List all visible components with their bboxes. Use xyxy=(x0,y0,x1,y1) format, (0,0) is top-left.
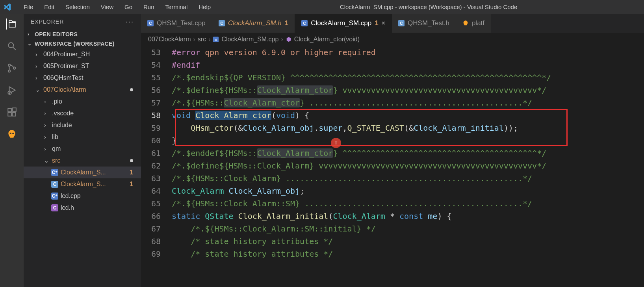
code-line[interactable]: 66static QState Clock_Alarm_initial(Cloc… xyxy=(141,210,644,222)
line-number: 59 xyxy=(141,122,172,134)
open-editors-section[interactable]: › OPEN EDITORS xyxy=(24,30,141,39)
modified-dot-icon xyxy=(130,88,133,91)
code-text[interactable]: } xyxy=(172,134,644,147)
tree-label: src xyxy=(52,157,130,164)
explorer-icon[interactable] xyxy=(6,19,17,30)
tree-label: include xyxy=(52,122,141,129)
folder-include[interactable]: ›include xyxy=(24,119,141,131)
code-text[interactable]: /*.$endskip${QP_VERSION} ^^^^^^^^^^^^^^^… xyxy=(172,71,644,84)
svg-rect-8 xyxy=(13,108,16,111)
code-text[interactable]: /* state history attributes */ xyxy=(172,248,644,260)
code-line[interactable]: 62/*.$define${HSMs::Clock_Alarm} vvvvvvv… xyxy=(141,159,644,172)
sidebar-title: EXPLORER xyxy=(31,19,64,25)
menu-view[interactable]: View xyxy=(95,2,119,12)
folder-006QHsmTest[interactable]: ›006QHsmTest xyxy=(24,72,141,84)
menu-edit[interactable]: Edit xyxy=(39,2,60,12)
folder-lib[interactable]: ›lib xyxy=(24,131,141,143)
tree-label: 005Protimer_ST xyxy=(43,63,141,70)
line-number: 57 xyxy=(141,96,172,109)
menu-file[interactable]: File xyxy=(18,2,39,12)
source-control-icon[interactable] xyxy=(6,63,17,74)
folder-qm[interactable]: ›qm xyxy=(24,143,141,155)
folder-004Protimer_SH[interactable]: ›004Protimer_SH xyxy=(24,48,141,60)
code-text[interactable]: /*.${HSMs::Clock_Alarm::SM::initial} */ xyxy=(172,222,644,235)
c-file-icon: C xyxy=(51,181,58,188)
code-line[interactable]: 53#error qpn version 6.9.0 or higher req… xyxy=(141,46,644,59)
tab-label: ClockAlarm_SM.h xyxy=(228,19,282,27)
tree-label: 007ClockAlarm xyxy=(43,86,130,93)
menu-help[interactable]: Help xyxy=(193,2,216,12)
breadcrumb-item[interactable]: 007ClockAlarm xyxy=(148,36,191,43)
folder-.pio[interactable]: ›.pio xyxy=(24,96,141,107)
close-tab-icon[interactable]: × xyxy=(382,20,385,27)
code-text[interactable]: /*.$define${HSMs::Clock_Alarm_ctor} vvvv… xyxy=(172,84,644,96)
menu-run[interactable]: Run xyxy=(138,2,160,12)
cpp-file-icon: C xyxy=(213,36,219,43)
breadcrumb-item[interactable]: src xyxy=(198,36,206,43)
tab-qhsm_test-h[interactable]: CQHSM_Test.h xyxy=(392,14,456,33)
code-line[interactable]: 65/*.${HSMs::Clock_Alarm::SM} ..........… xyxy=(141,197,644,210)
search-icon[interactable] xyxy=(6,41,17,52)
code-line[interactable]: 64Clock_Alarm Clock_Alarm_obj; xyxy=(141,185,644,197)
folder-007ClockAlarm[interactable]: ⌄007ClockAlarm xyxy=(24,84,141,96)
breadcrumbs[interactable]: 007ClockAlarm › src › C ClockAlarm_SM.cp… xyxy=(141,33,644,46)
platformio-icon[interactable] xyxy=(6,129,17,140)
code-text[interactable]: /*.${HSMs::Clock_Alarm_ctor} ...........… xyxy=(172,96,644,109)
code-text[interactable]: /*.$enddef${HSMs::Clock_Alarm_ctor} ^^^^… xyxy=(172,147,644,159)
code-text[interactable]: /*.$define${HSMs::Clock_Alarm} vvvvvvvvv… xyxy=(172,159,644,172)
file-item[interactable]: C⁺lcd.cpp xyxy=(24,190,141,202)
tab-clockalarm_sm-cpp[interactable]: CClockAlarm_SM.cpp1× xyxy=(295,14,392,33)
code-line[interactable]: 59 QHsm_ctor(&Clock_Alarm_obj.super,Q_ST… xyxy=(141,122,644,134)
file-item[interactable]: Clcd.h xyxy=(24,202,141,214)
svg-rect-6 xyxy=(8,113,11,116)
svg-rect-7 xyxy=(12,113,16,116)
menu-terminal[interactable]: Terminal xyxy=(160,2,193,12)
code-text[interactable]: QHsm_ctor(&Clock_Alarm_obj.super,Q_STATE… xyxy=(172,122,644,134)
code-line[interactable]: 68 /* state history attributes */ xyxy=(141,235,644,248)
code-line[interactable]: 60} xyxy=(141,134,644,147)
tab-platf[interactable]: platf xyxy=(456,14,491,33)
code-text[interactable]: void Clock_Alarm_ctor(void) { xyxy=(172,109,644,122)
code-text[interactable]: Clock_Alarm Clock_Alarm_obj; xyxy=(172,185,644,197)
folder-005Protimer_ST[interactable]: ›005Protimer_ST xyxy=(24,60,141,72)
svg-point-0 xyxy=(8,43,13,48)
cpp-file-icon: C⁺ xyxy=(51,169,58,176)
editor-tabs: CQHSM_Test.cppCClockAlarm_SM.h1CClockAla… xyxy=(141,14,644,33)
code-line[interactable]: 55/*.$endskip${QP_VERSION} ^^^^^^^^^^^^^… xyxy=(141,71,644,84)
code-line[interactable]: 54#endif xyxy=(141,59,644,71)
code-text[interactable]: /* state history attributes */ xyxy=(172,235,644,248)
code-text[interactable]: #endif xyxy=(172,59,644,71)
code-line[interactable]: 69 /* state history attributes */ xyxy=(141,248,644,260)
line-number: 64 xyxy=(141,185,172,197)
breadcrumb-item[interactable]: ClockAlarm_SM.cpp xyxy=(221,36,278,43)
tree-label: lib xyxy=(52,133,141,141)
code-text[interactable]: /*.${HSMs::Clock_Alarm} ................… xyxy=(172,172,644,185)
code-line[interactable]: 67 /*.${HSMs::Clock_Alarm::SM::initial} … xyxy=(141,222,644,235)
code-text[interactable]: /*.${HSMs::Clock_Alarm::SM} ............… xyxy=(172,197,644,210)
code-line[interactable]: 56/*.$define${HSMs::Clock_Alarm_ctor} vv… xyxy=(141,84,644,96)
svg-text:C: C xyxy=(149,21,152,26)
code-line[interactable]: 58void Clock_Alarm_ctor(void) { xyxy=(141,109,644,122)
run-debug-icon[interactable] xyxy=(6,85,17,96)
file-tree: ›004Protimer_SH›005Protimer_ST›006QHsmTe… xyxy=(24,48,141,214)
folder-.vscode[interactable]: ›.vscode xyxy=(24,107,141,119)
chevron-right-icon: › xyxy=(35,63,42,69)
tab-qhsm_test-cpp[interactable]: CQHSM_Test.cpp xyxy=(141,14,212,33)
code-text[interactable]: static QState Clock_Alarm_initial(Clock_… xyxy=(172,210,644,222)
file-item[interactable]: C⁺ClockAlarm_S...1 xyxy=(24,167,141,178)
code-line[interactable]: 57/*.${HSMs::Clock_Alarm_ctor} .........… xyxy=(141,96,644,109)
breadcrumb-item[interactable]: Clock_Alarm_ctor(void) xyxy=(294,36,360,43)
tab-clockalarm_sm-h[interactable]: CClockAlarm_SM.h1 xyxy=(212,14,295,33)
menu-selection[interactable]: Selection xyxy=(60,2,95,12)
more-actions-icon[interactable]: ··· xyxy=(126,18,134,26)
svg-text:C: C xyxy=(215,38,217,42)
file-item[interactable]: CClockAlarm_S...1 xyxy=(24,178,141,190)
code-line[interactable]: 63/*.${HSMs::Clock_Alarm} ..............… xyxy=(141,172,644,185)
code-line[interactable]: 61/*.$enddef${HSMs::Clock_Alarm_ctor} ^^… xyxy=(141,147,644,159)
extensions-icon[interactable] xyxy=(6,107,17,118)
code-text[interactable]: #error qpn version 6.9.0 or higher requi… xyxy=(172,46,644,59)
menu-go[interactable]: Go xyxy=(119,2,138,12)
folder-src[interactable]: ⌄src xyxy=(24,155,141,167)
workspace-section[interactable]: ⌄ WORKSPACE (WORKSPACE) xyxy=(24,39,141,48)
code-editor[interactable]: T 53#error qpn version 6.9.0 or higher r… xyxy=(141,46,644,287)
